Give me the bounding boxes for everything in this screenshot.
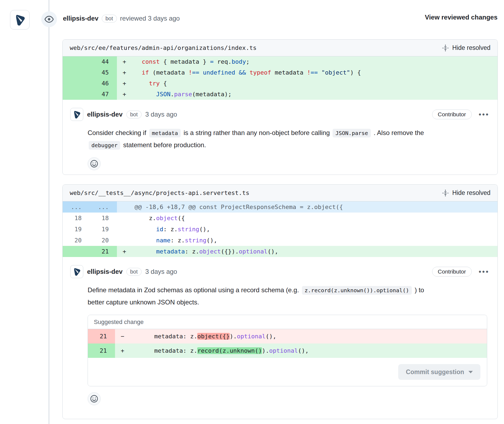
ellipsis-logo-icon <box>13 13 26 26</box>
emoji-reaction-button[interactable] <box>88 157 101 170</box>
commit-suggestion-button[interactable]: Commit suggestion <box>398 364 480 380</box>
suggestion-diff: 21− metadata: z.object({}).optional(),21… <box>88 329 487 358</box>
code-token: @@ -18,6 +18,7 @@ const ProjectResponseS… <box>135 204 343 210</box>
comment-body: Define metadata in Zod schemas as option… <box>88 284 490 308</box>
code-token: z. <box>135 215 156 221</box>
diff-sign: + <box>117 56 132 67</box>
code-token: string <box>178 226 199 233</box>
code-token: req. <box>213 58 231 65</box>
caret-down-icon <box>468 371 473 373</box>
diff-row: 2020 name: z.string(), <box>63 235 497 246</box>
line-number-old <box>63 67 90 78</box>
code-token: optional <box>239 248 267 255</box>
comment-author[interactable]: ellipsis-dev <box>87 268 123 275</box>
diff-sign: + <box>117 246 132 257</box>
file-header-1: web/src/ee/features/admin-api/organizati… <box>63 40 497 56</box>
suggestion-row: 21+ metadata: z.record(z.unknown()).opti… <box>88 343 487 358</box>
fold-icon <box>442 189 449 197</box>
comment-timestamp[interactable]: 3 days ago <box>145 268 177 275</box>
ellipsis-logo-icon <box>72 110 81 119</box>
code-token: { metadata } <box>160 58 210 65</box>
review-avatar[interactable] <box>10 10 30 30</box>
emoji-reaction-button[interactable] <box>88 392 101 405</box>
code-token: ! <box>307 69 311 76</box>
line-number-new: 21 <box>90 246 117 257</box>
diff-table-2: ......@@ -18,6 +18,7 @@ const ProjectRes… <box>63 201 497 257</box>
comment-text-line: better capture unknown JSON objects. <box>88 296 490 308</box>
code-token: record(z.unknown() <box>197 347 262 354</box>
diff-sign: + <box>117 89 132 100</box>
review-author[interactable]: ellipsis-dev <box>63 15 98 22</box>
code-token: if <box>142 69 149 76</box>
line-number-old: 19 <box>63 224 90 235</box>
code-token: (), <box>206 237 217 244</box>
code-token: const <box>142 58 160 65</box>
code-token: name <box>156 237 170 244</box>
diff-row: 47+ JSON.parse(metadata); <box>63 89 497 100</box>
line-number-old: ... <box>63 201 90 213</box>
code-token: optional <box>269 347 298 354</box>
code-token: (), <box>199 226 210 233</box>
code-token: ) { <box>350 69 361 76</box>
diff-sign: + <box>117 78 132 89</box>
suggestion-row: 21− metadata: z.object({}).optional(), <box>88 329 487 343</box>
line-number-old <box>63 246 90 257</box>
bot-badge: bot <box>126 111 142 118</box>
code-token: : z. <box>163 226 178 233</box>
kebab-menu-button[interactable]: ••• <box>479 268 489 275</box>
code-token: ). <box>230 333 237 340</box>
comment-timestamp[interactable]: 3 days ago <box>145 111 177 118</box>
code-token: undefined <box>203 69 235 76</box>
comment-text-line: debugger statement before production. <box>88 139 490 151</box>
contributor-badge: Contributor <box>432 110 472 119</box>
smiley-icon <box>90 160 98 168</box>
line-number-old <box>63 89 90 100</box>
code-line: JSON.parse(metadata); <box>132 89 497 100</box>
code-token: . <box>170 91 174 98</box>
inline-code: debugger <box>89 141 120 150</box>
code-token: == <box>192 69 199 76</box>
ellipsis-logo-icon <box>72 267 81 276</box>
hide-resolved-label: Hide resolved <box>452 189 490 197</box>
line-number-new: 45 <box>90 67 117 78</box>
comment-author[interactable]: ellipsis-dev <box>87 111 123 118</box>
comment-avatar[interactable] <box>70 108 83 121</box>
diff-sign: + <box>115 343 130 358</box>
code-line: name: z.string(), <box>132 235 497 246</box>
review-header: ellipsis-dev bot reviewed 3 days ago <box>63 13 180 24</box>
suggestion-title: Suggested change <box>88 315 487 329</box>
view-reviewed-changes-link[interactable]: View reviewed changes <box>425 14 497 21</box>
fold-icon <box>442 44 449 52</box>
kebab-menu-button[interactable]: ••• <box>479 111 489 118</box>
diff-sign <box>117 213 132 224</box>
comment-1: ellipsis-dev bot 3 days ago Contributor … <box>63 100 497 175</box>
diff-sign: + <box>117 67 132 78</box>
comment-body: Consider checking if metadata is a strin… <box>88 127 490 151</box>
code-line: id: z.string(), <box>132 224 497 235</box>
code-token: ({ <box>178 215 185 221</box>
comment-2: ellipsis-dev bot 3 days ago Contributor … <box>63 257 497 413</box>
contributor-badge: Contributor <box>432 267 472 277</box>
file-path[interactable]: web/src/__tests__/async/projects-api.ser… <box>70 189 249 196</box>
code-token: object({} <box>197 333 229 340</box>
code-line: metadata: z.object({}).optional(), <box>132 246 497 257</box>
code-token <box>235 69 239 76</box>
bot-badge: bot <box>102 15 117 23</box>
code-token <box>135 58 142 65</box>
code-token: ). <box>262 347 269 354</box>
code-token <box>135 69 142 76</box>
code-line: const { metadata } = req.body; <box>132 56 497 67</box>
comment-avatar[interactable] <box>70 265 83 278</box>
code-token: (metadata <box>149 69 189 76</box>
code-token <box>135 248 156 255</box>
hide-resolved-button[interactable]: Hide resolved <box>442 189 490 197</box>
code-token: parse <box>174 91 192 98</box>
code-token: (), <box>267 248 278 255</box>
inline-code: z.record(z.unknown()).optional() <box>302 286 412 295</box>
line-number: 21 <box>88 329 115 343</box>
code-token: object <box>156 215 177 221</box>
line-number-old: 20 <box>63 235 90 246</box>
file-path[interactable]: web/src/ee/features/admin-api/organizati… <box>70 44 257 51</box>
line-number-new: 18 <box>90 213 117 224</box>
hide-resolved-button[interactable]: Hide resolved <box>442 44 490 52</box>
